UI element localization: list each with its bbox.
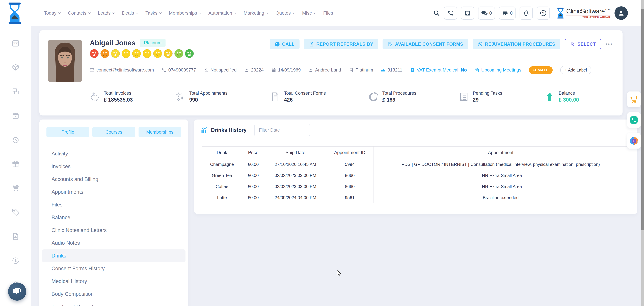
- patient-vat-exempt[interactable]: VAT Exempt Medical: No: [410, 68, 467, 73]
- cart-icon: [629, 95, 639, 104]
- table-cell: Latte: [202, 192, 242, 203]
- piggy-bank-icon: $: [90, 92, 100, 102]
- filter-date-input[interactable]: [254, 124, 310, 136]
- nav-item-tasks[interactable]: Tasks: [146, 11, 162, 16]
- report-icon[interactable]: [12, 232, 20, 240]
- sidebar-item-audio-notes[interactable]: Audio Notes: [42, 237, 186, 249]
- rejuvenation-procedures-button[interactable]: REJUVENATION PROCEDURES: [472, 39, 560, 49]
- gift-icon[interactable]: [12, 160, 20, 168]
- sidebar-item-balance[interactable]: Balance: [42, 211, 186, 224]
- stat-total-appointments: Total Appointments990: [175, 91, 228, 103]
- sidebar-item-clinic-notes-and-letters[interactable]: Clinic Notes and Letters: [42, 224, 186, 237]
- shop-cart-button[interactable]: [627, 92, 641, 107]
- sidebar-item-body-composition[interactable]: Body Composition: [42, 288, 186, 300]
- mood-2-icon[interactable]: [100, 49, 109, 58]
- report-referrals-button[interactable]: REPORT REFERRALS BY: [304, 39, 378, 49]
- sidebar-item-activity[interactable]: Activity: [42, 147, 186, 160]
- messages-button[interactable]: 0: [478, 7, 495, 20]
- patient-photo[interactable]: [48, 40, 82, 82]
- mood-9-icon[interactable]: [174, 49, 183, 58]
- nav-item-marketing[interactable]: Marketing: [244, 11, 268, 16]
- nav-item-deals[interactable]: Deals: [122, 11, 138, 16]
- more-actions-button[interactable]: •••: [606, 41, 613, 47]
- column-header-ship-date: Ship Date: [265, 147, 326, 159]
- select-button[interactable]: SELECT: [565, 39, 601, 49]
- brand-logo[interactable]: ClinicSoftware.com TEN STEPS AHEAD: [556, 8, 610, 19]
- history-icon[interactable]: [12, 136, 20, 144]
- nav-item-files[interactable]: Files: [323, 11, 333, 16]
- page-scrollbar[interactable]: [641, 0, 644, 306]
- mood-4-icon[interactable]: [122, 49, 130, 58]
- nav-item-quotes[interactable]: Quotes: [276, 11, 295, 16]
- sidebar-item-medical-history[interactable]: Medical History: [42, 275, 186, 288]
- tab-profile[interactable]: Profile: [46, 127, 89, 137]
- phone-icon: [162, 68, 166, 73]
- mood-8-icon[interactable]: [164, 49, 173, 58]
- whatsapp-call-button[interactable]: [627, 112, 641, 128]
- tab-memberships[interactable]: Memberships: [138, 127, 181, 137]
- nav-item-misc[interactable]: Misc: [302, 11, 316, 16]
- task-list-icon: [459, 92, 469, 102]
- sidebar-item-invoices[interactable]: Invoices: [42, 160, 186, 173]
- live-chat-launcher[interactable]: [8, 282, 26, 301]
- store-button[interactable]: 0: [499, 7, 516, 20]
- shopping-bag-icon[interactable]: [12, 112, 20, 120]
- nav-item-memberships[interactable]: Memberships: [169, 11, 202, 16]
- nav-item-label: Leads: [98, 11, 110, 16]
- nav-item-contacts[interactable]: Contacts: [68, 11, 91, 16]
- call-button[interactable]: CALL: [270, 39, 300, 49]
- upcoming-meetings-link[interactable]: 12Upcoming Meetings: [474, 68, 521, 73]
- sidebar-item-drinks[interactable]: Drinks: [42, 249, 186, 262]
- table-row: Coffee£0.0002/02/2023 03:00 PM8660LHR Ex…: [202, 181, 628, 192]
- chevron-down-icon: [159, 12, 162, 14]
- gender-badge: FEMALE: [529, 66, 552, 74]
- notifications-button[interactable]: [520, 7, 533, 20]
- mood-3-icon[interactable]: [111, 49, 120, 58]
- chevron-down-icon: [58, 12, 61, 14]
- calendar-icon[interactable]: 12: [12, 39, 20, 47]
- sidebar-item-treatment-record[interactable]: Treatment Record: [42, 300, 186, 306]
- cart-icon[interactable]: [12, 184, 20, 192]
- mood-7-icon[interactable]: [153, 49, 162, 58]
- panel-title: Drinks History: [211, 127, 246, 133]
- help-button[interactable]: ?: [537, 7, 550, 20]
- copy-icon[interactable]: [12, 88, 20, 96]
- stat-label: Total Invoices: [104, 91, 133, 96]
- sidebar-item-files[interactable]: Files: [42, 198, 186, 211]
- document-icon: [270, 92, 280, 102]
- mood-6-icon[interactable]: [142, 49, 152, 58]
- svg-text:12: 12: [14, 43, 17, 46]
- dialer-button[interactable]: [444, 7, 457, 20]
- price-tag-icon[interactable]: [12, 208, 20, 216]
- chat-widget-icon: [12, 287, 22, 296]
- mood-10-icon[interactable]: [185, 49, 194, 58]
- patient-phone[interactable]: 07490009777: [162, 68, 196, 73]
- sidebar-item-appointments[interactable]: Appointments: [42, 186, 186, 198]
- nav-item-automation[interactable]: Automation: [208, 11, 237, 16]
- document-icon: [309, 42, 314, 47]
- user-avatar[interactable]: [614, 6, 628, 20]
- nav-item-today[interactable]: Today: [44, 11, 61, 16]
- sidebar-item-accounts-and-billing[interactable]: Accounts and Billing: [42, 173, 186, 186]
- scrollbar-thumb[interactable]: [641, 9, 644, 230]
- stat-label: Pending Tasks: [473, 91, 502, 96]
- app-logo-hourglass-icon[interactable]: [6, 2, 23, 24]
- patient-email[interactable]: connect@clinicsoftware.com: [90, 68, 154, 73]
- search-icon[interactable]: [433, 10, 440, 17]
- add-label-button[interactable]: + Add Label: [560, 66, 591, 74]
- mood-5-icon[interactable]: [132, 49, 141, 58]
- tab-courses[interactable]: Courses: [92, 127, 135, 137]
- consent-forms-button[interactable]: AVAILABLE CONSENT FORMS: [382, 39, 468, 49]
- inbox-button[interactable]: [461, 7, 474, 20]
- ai-assistant-button[interactable]: AI: [627, 133, 641, 149]
- nav-item-label: Files: [323, 11, 333, 16]
- user-sync-icon[interactable]: [12, 257, 20, 265]
- stat-total-invoices: $ Total Invoices£ 185535.03: [90, 91, 133, 103]
- mood-1-icon[interactable]: [90, 49, 99, 58]
- stat-value: £ 185535.03: [104, 97, 133, 103]
- sidebar-item-consent-forms-history[interactable]: Consent Forms History: [42, 262, 186, 275]
- table-cell: 9561: [326, 192, 374, 203]
- inbox-icon: [464, 10, 471, 16]
- nav-item-leads[interactable]: Leads: [98, 11, 115, 16]
- package-icon[interactable]: [12, 63, 20, 71]
